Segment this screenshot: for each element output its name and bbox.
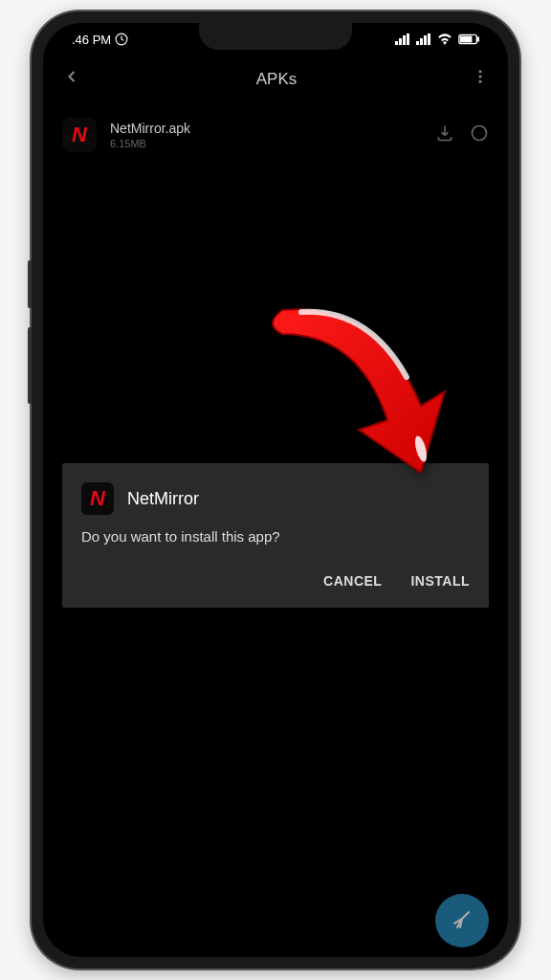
annotation-arrow [234,281,454,505]
select-circle-icon[interactable] [470,123,489,146]
svg-point-14 [479,80,482,83]
svg-point-13 [479,76,482,78]
install-button[interactable]: INSTALL [410,573,470,589]
file-info: NetMirror.apk 6.15MB [110,121,422,149]
file-name: NetMirror.apk [110,121,422,136]
svg-rect-3 [403,35,406,45]
broom-icon [450,906,474,935]
svg-rect-2 [399,38,402,45]
status-time: .46 PM [72,33,111,47]
file-list-item[interactable]: N NetMirror.apk 6.15MB [43,106,508,164]
screen: .46 PM [43,23,508,957]
svg-point-12 [479,70,482,73]
cancel-button[interactable]: CANCEL [323,573,382,589]
volume-button [28,260,32,308]
svg-rect-6 [420,38,423,45]
svg-rect-1 [395,41,398,45]
app-icon: N [62,118,97,152]
dialog-message: Do you want to install this app? [81,528,470,545]
phone-physical-buttons [28,260,32,423]
file-size: 6.15MB [110,138,422,149]
signal-icon [416,33,431,45]
back-icon[interactable] [62,67,81,91]
clock-icon [115,33,128,46]
svg-rect-7 [424,35,427,45]
dialog-app-icon: N [81,482,114,515]
svg-rect-5 [416,41,419,45]
battery-icon [458,33,479,45]
svg-rect-10 [477,37,479,41]
svg-rect-4 [407,33,409,45]
menu-dots-icon[interactable] [472,68,489,90]
notch [199,23,352,50]
svg-rect-8 [428,33,430,45]
phone-frame: .46 PM [32,11,519,969]
header: APKs [43,52,508,106]
svg-point-15 [473,126,487,141]
volume-button [28,327,32,404]
clean-fab-button[interactable] [435,894,489,947]
dialog-title: NetMirror [127,489,199,509]
signal-icon [395,33,410,45]
page-title: APKs [256,70,298,89]
svg-rect-11 [461,36,472,42]
wifi-icon [437,33,452,45]
download-icon[interactable] [435,123,454,146]
